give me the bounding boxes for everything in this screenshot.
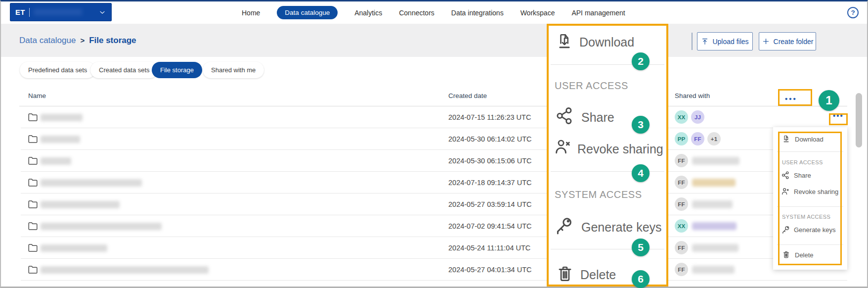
browser-window: ET Home Data catalogue Analytics Connect… [0, 0, 868, 288]
table-row[interactable]: 2024-05-27 04:01:34 UTC FF ••• [21, 259, 847, 281]
nav-item-analytics[interactable]: Analytics [354, 9, 382, 17]
avatar: FF [675, 176, 688, 189]
menu-item-delete[interactable]: Delete [580, 268, 616, 282]
shared-name-redacted [692, 266, 735, 274]
created-date: 2024-05-30 06:15:06 UTC [448, 157, 531, 165]
created-date: 2024-05-24 11:11:04 UTC [448, 244, 530, 252]
avatar: FF [691, 132, 704, 145]
shared-name-redacted [692, 200, 733, 208]
tab-shared-with-me[interactable]: Shared with me [203, 62, 264, 78]
top-navbar: ET Home Data catalogue Analytics Connect… [1, 1, 867, 24]
menu-item-download[interactable]: Download [579, 35, 634, 49]
upload-files-label: Upload files [712, 38, 748, 46]
created-date: 2024-07-15 11:26:23 UTC [448, 113, 531, 121]
table-row[interactable]: 2024-05-24 11:11:04 UTC FF ••• [21, 237, 847, 259]
created-date: 2024-07-18 09:14:37 UTC [448, 179, 531, 187]
table-row[interactable]: 2024-05-30 06:14:02 UTC PP FF +1 ••• [21, 128, 847, 150]
folder-icon [27, 155, 39, 166]
shared-name-redacted [692, 157, 739, 165]
tab-predefined-data-sets[interactable]: Predefined data sets [20, 62, 95, 78]
folder-name-redacted [41, 136, 80, 143]
folder-name-redacted [41, 266, 209, 274]
shared-with-avatars: PP FF +1 [675, 132, 721, 145]
folder-name-redacted [41, 223, 162, 230]
nav-item-connectors[interactable]: Connectors [399, 9, 434, 17]
menu-item-share[interactable]: Share [581, 110, 614, 125]
column-header-shared-with[interactable]: Shared with [675, 92, 710, 99]
table-row[interactable]: 2024-07-15 11:26:23 UTC XX JJ ••• [21, 106, 847, 128]
callout-badge-4: 4 [632, 164, 650, 182]
shared-with-avatars: FF [675, 263, 735, 276]
nav-item-home[interactable]: Home [242, 9, 260, 17]
callout-box-header-dots [778, 89, 812, 106]
breadcrumb-parent[interactable]: Data catalogue [19, 36, 76, 46]
menu-section-system-access: SYSTEM ACCESS [555, 189, 642, 200]
menu-item-generate-keys[interactable]: Generate keys [581, 220, 662, 235]
context-menu-magnified: Download USER ACCESS Share Revoke sharin… [547, 24, 668, 287]
table-row[interactable]: 2024-05-27 03:59:14 UTC FF ••• [21, 193, 847, 215]
shared-with-avatars: XX JJ [675, 110, 704, 124]
avatar: FF [675, 197, 688, 211]
folder-name-redacted [41, 244, 107, 252]
folder-name-redacted [41, 157, 71, 165]
callout-badge-5: 5 [632, 239, 650, 256]
created-date: 2024-05-27 04:01:34 UTC [448, 266, 531, 274]
help-icon[interactable]: ? [847, 7, 859, 18]
breadcrumb: Data catalogue > File storage [19, 24, 136, 57]
folder-icon [27, 221, 39, 231]
table-row[interactable]: 2024-05-30 06:15:06 UTC FF ••• [21, 150, 847, 172]
callout-box-row-dots [829, 113, 848, 125]
callout-badge-2: 2 [632, 52, 650, 70]
org-selector[interactable]: ET [10, 3, 112, 21]
callout-box-context-menu [778, 132, 842, 265]
folder-icon [27, 112, 39, 122]
shared-with-avatars: FF [675, 176, 736, 189]
avatar: PP [675, 132, 688, 145]
upload-files-button[interactable]: Upload files [697, 32, 753, 50]
callout-badge-1: 1 [819, 90, 839, 111]
column-header-name[interactable]: Name [28, 92, 46, 99]
download-file-icon [556, 32, 573, 50]
folder-icon [27, 242, 39, 253]
folder-name-redacted [41, 179, 142, 187]
key-icon [554, 216, 574, 237]
brand-divider [29, 8, 30, 17]
callout-badge-6: 6 [632, 270, 650, 288]
table-row[interactable]: 2024-07-02 09:41:54 UTC XX ••• [21, 215, 847, 237]
folder-icon [27, 177, 39, 188]
nav-item-workspace[interactable]: Workspace [521, 9, 555, 17]
folder-icon [27, 134, 39, 144]
folder-name-redacted [41, 114, 83, 121]
callout-badge-3: 3 [632, 116, 650, 134]
shared-name-redacted [692, 244, 738, 252]
share-icon [555, 106, 574, 126]
brand-logo: ET [15, 8, 25, 16]
table-row[interactable]: 2024-07-18 09:14:37 UTC FF ••• [21, 172, 847, 193]
shared-with-avatars: XX [675, 219, 737, 233]
tab-file-storage[interactable]: File storage [152, 62, 202, 78]
trash-icon [556, 264, 574, 283]
shared-with-avatars: FF [675, 241, 738, 254]
avatar: FF [675, 154, 688, 167]
avatar: XX [675, 219, 688, 233]
created-date: 2024-05-30 06:14:02 UTC [448, 135, 531, 143]
create-folder-button[interactable]: Create folder [759, 32, 816, 50]
nav-item-api-management[interactable]: API management [571, 9, 625, 17]
revoke-user-icon [554, 138, 572, 156]
tab-created-data-sets[interactable]: Created data sets [90, 62, 158, 78]
nav-item-data-catalogue[interactable]: Data catalogue [277, 6, 338, 19]
column-header-created-date[interactable]: Created date [448, 92, 487, 99]
vertical-scrollbar[interactable] [856, 93, 862, 147]
menu-item-revoke-sharing[interactable]: Revoke sharing [577, 142, 663, 156]
chevron-down-icon[interactable] [98, 8, 106, 16]
shared-name-redacted [692, 179, 736, 187]
breadcrumb-separator: > [80, 36, 85, 45]
shared-name-redacted [692, 222, 737, 230]
main-nav: Home Data catalogue Analytics Connectors… [242, 1, 625, 24]
button-separator [692, 33, 693, 50]
folder-icon [27, 199, 39, 209]
folder-name-redacted [41, 201, 120, 208]
shared-with-avatars: FF [675, 154, 739, 167]
create-folder-label: Create folder [774, 38, 814, 46]
nav-item-data-integrations[interactable]: Data integrations [451, 9, 504, 17]
